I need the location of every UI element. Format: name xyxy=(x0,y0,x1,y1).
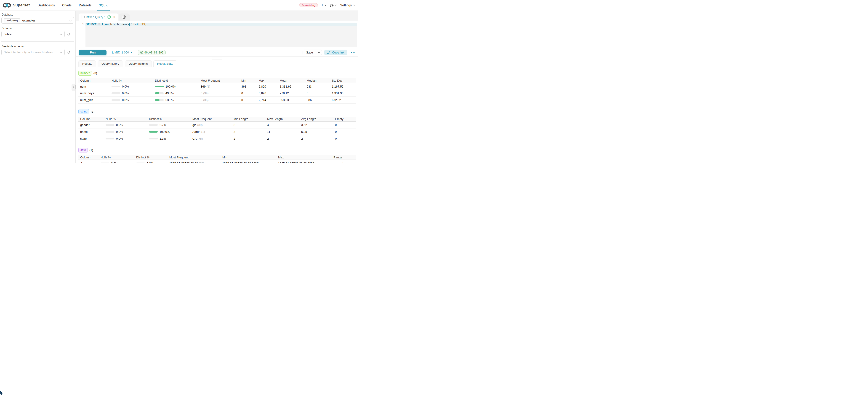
save-split-button: Save xyxy=(303,50,322,55)
percentage-cell: 100.0% xyxy=(153,83,199,90)
bar-fill xyxy=(155,86,164,87)
stat-value-cell: 2,714 xyxy=(257,97,278,103)
percentage-bar: 0.0% xyxy=(112,91,151,95)
sql-lab-sidebar: Database postgresql examples Schema publ… xyxy=(0,11,76,163)
add-query-tab-button[interactable] xyxy=(119,13,130,21)
brand-name: Superset xyxy=(13,3,30,7)
bar-track xyxy=(155,86,164,87)
navbar-right: flask-debug + Settings xyxy=(299,3,355,7)
most-frequent-cell: girl(39) xyxy=(191,121,232,128)
percentage-value: 0.0% xyxy=(116,137,123,140)
nav-item-sql[interactable]: SQL xyxy=(95,0,112,10)
stat-value-cell: 672.32 xyxy=(330,97,356,103)
tab-query-insights[interactable]: Query Insights xyxy=(125,60,152,67)
stat-value-cell: same day xyxy=(332,160,356,163)
new-item-button[interactable]: + xyxy=(321,3,327,7)
stat-value-cell: 0 xyxy=(333,121,356,128)
editor-empty-area[interactable] xyxy=(86,26,357,47)
nav-item-charts[interactable]: Charts xyxy=(59,0,75,10)
collapse-sidebar-handle[interactable] xyxy=(71,84,75,91)
percentage-bar: 100.0% xyxy=(155,85,197,88)
column-header: Min xyxy=(221,155,276,160)
drag-handle-icon[interactable] xyxy=(82,15,82,19)
percentage-bar: 0.0% xyxy=(105,137,145,140)
type-tag-number: number xyxy=(79,71,92,75)
percentage-cell: 0.0% xyxy=(104,128,147,135)
bar-track xyxy=(136,162,145,163)
limit-dropdown[interactable]: LIMIT: 1 000 xyxy=(112,51,132,54)
sql-code-text[interactable]: SELECT * from birth_names limit 75; xyxy=(86,23,357,26)
table-select[interactable]: Select table or type to search tables xyxy=(1,49,65,55)
table-select-placeholder: Select table or type to search tables xyxy=(4,51,53,54)
most-frequent-count: (1) xyxy=(202,130,205,133)
percentage-cell: 53.3% xyxy=(153,97,199,103)
run-button[interactable]: Run xyxy=(79,50,106,55)
nav-menu: Dashboards Charts Datasets SQL xyxy=(34,0,112,10)
percentage-cell: 1.3% xyxy=(147,135,191,142)
schema-value: public xyxy=(4,32,12,36)
column-count: (3) xyxy=(91,110,94,113)
stats-section-date: date(1)ColumnNulls %Distinct %Most Frequ… xyxy=(79,148,356,163)
settings-menu[interactable]: Settings xyxy=(340,3,355,7)
superset-logo[interactable]: Superset xyxy=(3,2,30,8)
table-schema-label: See table schema xyxy=(2,45,74,48)
percentage-value: 1.3% xyxy=(147,162,154,163)
percentage-cell: 0.0% xyxy=(110,90,153,97)
elapsed-time-badge: 00:00:00.192 xyxy=(138,50,166,55)
link-icon xyxy=(327,51,331,54)
table-row: num_boys0.0%49.3%0(39)06,820778.1201,331… xyxy=(79,90,356,97)
query-tab-title: Untitled Query 1 xyxy=(84,15,106,19)
section-tag-row: date(1) xyxy=(79,148,356,153)
tab-query-history[interactable]: Query history xyxy=(98,60,123,67)
sql-code-editor[interactable]: 1 SELECT * from birth_names limit 75; xyxy=(78,21,357,49)
infinity-logo-icon xyxy=(3,2,11,8)
section-tag-row: number(3) xyxy=(79,71,356,75)
bar-track xyxy=(105,124,114,126)
table-row: ds0.0%1.3%1965-01-01T00:00:00(75)1965-01… xyxy=(79,160,356,163)
pane-resize-handle[interactable] xyxy=(76,57,358,61)
save-options-caret[interactable] xyxy=(316,50,322,55)
save-button[interactable]: Save xyxy=(303,50,316,55)
query-tab[interactable]: Untitled Query 1 × xyxy=(79,13,118,21)
tab-result-stats[interactable]: Result Stats xyxy=(153,60,177,67)
percentage-value: 2.7% xyxy=(159,123,166,127)
chevron-down-icon xyxy=(353,5,355,6)
percentage-bar: 49.3% xyxy=(155,91,197,95)
refresh-schemas-button[interactable] xyxy=(67,32,71,36)
most-frequent-cell: 369(1) xyxy=(199,83,240,90)
nav-item-dashboards[interactable]: Dashboards xyxy=(34,0,59,10)
bar-track xyxy=(112,86,120,87)
stats-table-number: ColumnNulls %Distinct %Most FrequentMinM… xyxy=(79,79,356,104)
column-header: Column xyxy=(79,79,110,83)
tab-results[interactable]: Results xyxy=(79,60,96,67)
type-tag-string: string xyxy=(79,109,89,114)
refresh-tables-button[interactable] xyxy=(67,50,71,54)
result-panel-tabs: Results Query history Query Insights Res… xyxy=(76,61,358,67)
sun-icon xyxy=(330,3,334,7)
database-select[interactable]: postgresql examples xyxy=(1,17,74,24)
most-frequent-count: (36) xyxy=(203,98,209,102)
nav-item-datasets[interactable]: Datasets xyxy=(75,0,95,10)
percentage-bar: 2.7% xyxy=(149,123,189,127)
schema-select[interactable]: public xyxy=(1,31,65,37)
stat-value-cell: 1,331.36 xyxy=(330,90,356,97)
column-count: (1) xyxy=(89,148,93,152)
percentage-value: 1.3% xyxy=(159,137,166,140)
percentage-bar: 53.3% xyxy=(155,98,197,102)
more-options-button[interactable] xyxy=(351,51,356,54)
bar-fill xyxy=(155,99,159,101)
most-frequent-count: (39) xyxy=(203,91,209,95)
stat-value-cell: 778.12 xyxy=(278,90,305,97)
theme-toggle-button[interactable] xyxy=(330,3,337,7)
stat-value-cell: 3 xyxy=(232,128,265,135)
column-name-cell: name xyxy=(79,128,104,135)
stat-value-cell: 361 xyxy=(240,83,257,90)
table-header-row: ColumnNulls %Distinct %Most FrequentMinM… xyxy=(79,155,356,160)
close-tab-icon[interactable]: × xyxy=(113,15,115,19)
column-header: Column xyxy=(79,117,104,121)
bar-track xyxy=(149,124,158,126)
section-tag-row: string(3) xyxy=(79,109,356,114)
copy-link-button[interactable]: Copy link xyxy=(324,50,347,55)
percentage-bar: 100.0% xyxy=(149,130,189,133)
table-row: gender0.0%2.7%girl(39)343.520 xyxy=(79,121,356,128)
